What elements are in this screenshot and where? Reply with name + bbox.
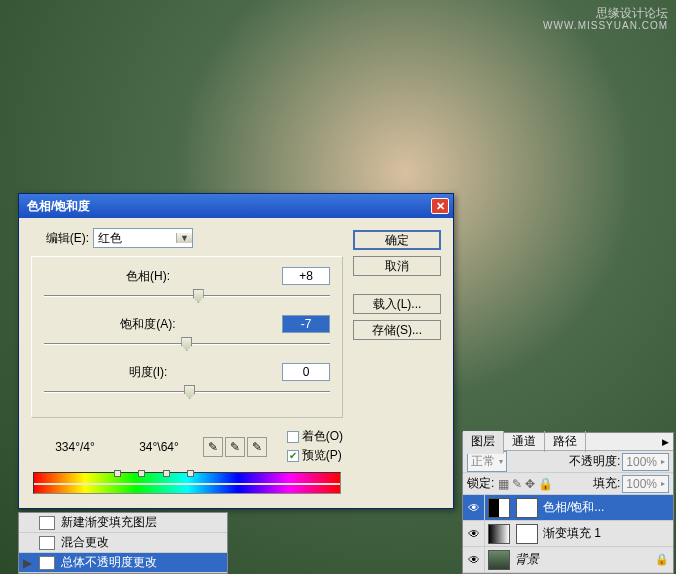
dialog-titlebar[interactable]: 色相/饱和度 ✕ (19, 194, 453, 218)
layer-row[interactable]: 👁 背景 🔒 (463, 547, 673, 573)
lightness-input[interactable] (282, 363, 330, 381)
angle-right: 34°\64° (119, 440, 199, 454)
layer-name: 渐变填充 1 (541, 525, 673, 542)
opacity-input[interactable]: 100%▸ (622, 453, 669, 471)
saturation-input[interactable]: -7 (282, 315, 330, 333)
edit-label: 编辑(E): (31, 230, 89, 247)
opacity-label: 不透明度: (569, 453, 620, 470)
checkbox-group: 着色(O) ✔预览(P) (287, 428, 343, 466)
watermark-url: WWW.MISSYUAN.COM (543, 20, 668, 32)
hue-param: 色相(H): (44, 267, 330, 303)
background-thumb-icon (488, 550, 510, 570)
eyedropper-subtract-icon[interactable]: ✎ (247, 437, 267, 457)
colorize-checkbox[interactable] (287, 431, 299, 443)
edit-channel-combo[interactable]: 红色 ▼ (93, 228, 193, 248)
lock-transparent-icon[interactable]: ▦ (498, 477, 509, 491)
lock-fill-row: 锁定: ▦ ✎ ✥ 🔒 填充: 100%▸ (463, 473, 673, 495)
edit-channel-row: 编辑(E): 红色 ▼ (31, 228, 343, 248)
lightness-label: 明度(I): (44, 364, 282, 381)
lightness-slider[interactable] (44, 385, 330, 399)
lock-label: 锁定: (467, 475, 494, 492)
visibility-toggle[interactable]: 👁 (463, 521, 485, 546)
dialog-title: 色相/饱和度 (27, 198, 90, 215)
blend-mode-combo[interactable]: 正常▾ (467, 451, 507, 472)
spectrum-marker[interactable] (114, 470, 121, 477)
history-step-icon (39, 516, 55, 530)
mask-thumb-icon (516, 498, 538, 518)
saturation-param: 饱和度(A): -7 (44, 315, 330, 351)
ok-button[interactable]: 确定 (353, 230, 441, 250)
history-label: 新建渐变填充图层 (61, 514, 157, 531)
adjustment-thumb-icon (488, 498, 510, 518)
eyedropper-icon[interactable]: ✎ (203, 437, 223, 457)
history-step-icon (39, 536, 55, 550)
layers-tabs: 图层 通道 路径 ▶ (463, 433, 673, 451)
eyedropper-add-icon[interactable]: ✎ (225, 437, 245, 457)
hue-spectrum[interactable] (33, 472, 341, 494)
cancel-button[interactable]: 取消 (353, 256, 441, 276)
fill-input[interactable]: 100%▸ (622, 475, 669, 493)
hue-label: 色相(H): (44, 268, 282, 285)
history-arrow-icon: ▶ (23, 556, 33, 570)
lock-all-icon[interactable]: 🔒 (538, 477, 553, 491)
history-item[interactable]: 混合更改 (19, 533, 227, 553)
layer-name: 背景 (513, 551, 651, 568)
layer-row[interactable]: 👁 渐变填充 1 (463, 521, 673, 547)
lock-options: ▦ ✎ ✥ 🔒 (498, 477, 553, 491)
chevron-down-icon: ▾ (499, 457, 503, 466)
dialog-buttons: 确定 取消 载入(L)... 存储(S)... (353, 228, 441, 496)
lock-icon: 🔒 (651, 553, 673, 566)
fill-label: 填充: (593, 475, 620, 492)
spectrum-marker[interactable] (163, 470, 170, 477)
watermark: 思缘设计论坛 WWW.MISSYUAN.COM (543, 6, 668, 32)
preview-checkbox-row[interactable]: ✔预览(P) (287, 447, 343, 464)
chevron-right-icon: ▸ (661, 479, 665, 488)
layer-name: 色相/饱和... (541, 499, 673, 516)
load-button[interactable]: 载入(L)... (353, 294, 441, 314)
dialog-body: 编辑(E): 红色 ▼ 色相(H): 饱和度(A): - (19, 218, 453, 508)
layers-panel: 图层 通道 路径 ▶ 正常▾ 不透明度: 100%▸ 锁定: ▦ ✎ ✥ 🔒 填… (462, 432, 674, 574)
history-step-icon (39, 556, 55, 570)
close-button[interactable]: ✕ (431, 198, 449, 214)
blend-opacity-row: 正常▾ 不透明度: 100%▸ (463, 451, 673, 473)
colorize-label: 着色(O) (302, 428, 343, 445)
hue-saturation-dialog: 色相/饱和度 ✕ 编辑(E): 红色 ▼ 色相(H): (18, 193, 454, 509)
eyedropper-group: ✎ ✎ ✎ (203, 437, 267, 457)
lightness-param: 明度(I): (44, 363, 330, 399)
tab-layers[interactable]: 图层 (463, 431, 504, 454)
saturation-label: 饱和度(A): (44, 316, 282, 333)
watermark-line1: 思缘设计论坛 (543, 6, 668, 20)
colorize-checkbox-row[interactable]: 着色(O) (287, 428, 343, 445)
saturation-slider[interactable] (44, 337, 330, 351)
save-button[interactable]: 存储(S)... (353, 320, 441, 340)
tab-paths[interactable]: 路径 (545, 431, 586, 452)
gradient-thumb-icon (488, 524, 510, 544)
history-panel: 新建渐变填充图层 混合更改 ▶ 总体不透明度更改 (18, 512, 228, 574)
range-row: 334°/4° 34°\64° ✎ ✎ ✎ 着色(O) ✔预览(P) (31, 424, 343, 468)
chevron-down-icon: ▼ (176, 233, 192, 243)
lock-paint-icon[interactable]: ✎ (512, 477, 522, 491)
history-label: 总体不透明度更改 (61, 554, 157, 571)
lock-position-icon[interactable]: ✥ (525, 477, 535, 491)
history-item[interactable]: 新建渐变填充图层 (19, 513, 227, 533)
angle-left: 334°/4° (31, 440, 119, 454)
spectrum-marker[interactable] (138, 470, 145, 477)
tab-channels[interactable]: 通道 (504, 431, 545, 452)
preview-label: 预览(P) (302, 447, 342, 464)
mask-thumb-icon (516, 524, 538, 544)
spectrum-marker[interactable] (187, 470, 194, 477)
layer-row[interactable]: 👁 色相/饱和... (463, 495, 673, 521)
dialog-controls: 编辑(E): 红色 ▼ 色相(H): 饱和度(A): - (31, 228, 343, 496)
history-item[interactable]: ▶ 总体不透明度更改 (19, 553, 227, 573)
chevron-right-icon: ▸ (661, 457, 665, 466)
visibility-toggle[interactable]: 👁 (463, 495, 485, 520)
panel-menu-icon[interactable]: ▶ (658, 437, 673, 447)
history-label: 混合更改 (61, 534, 109, 551)
slider-group: 色相(H): 饱和度(A): -7 明度(I): (31, 256, 343, 418)
preview-checkbox[interactable]: ✔ (287, 450, 299, 462)
visibility-toggle[interactable]: 👁 (463, 547, 485, 572)
hue-input[interactable] (282, 267, 330, 285)
edit-channel-value: 红色 (94, 230, 176, 247)
hue-slider[interactable] (44, 289, 330, 303)
